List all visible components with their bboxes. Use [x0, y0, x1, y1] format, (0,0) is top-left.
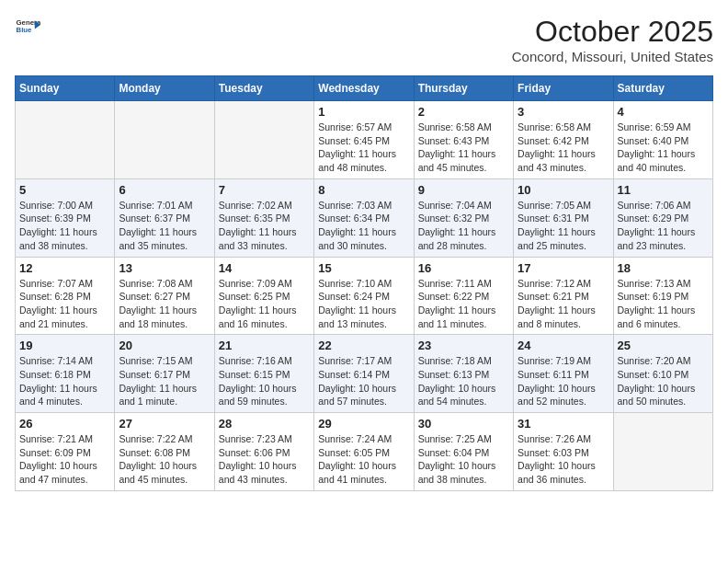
day-info: Sunrise: 7:03 AM Sunset: 6:34 PM Dayligh…	[318, 199, 409, 253]
day-number: 14	[219, 261, 310, 275]
calendar-cell: 15Sunrise: 7:10 AM Sunset: 6:24 PM Dayli…	[314, 257, 414, 335]
calendar-cell: 5Sunrise: 7:00 AM Sunset: 6:39 PM Daylig…	[16, 178, 115, 257]
calendar-cell: 30Sunrise: 7:25 AM Sunset: 6:04 PM Dayli…	[414, 413, 513, 491]
calendar-cell	[16, 101, 115, 179]
day-number: 6	[119, 183, 210, 197]
day-number: 24	[518, 339, 609, 352]
day-number: 25	[618, 339, 709, 352]
calendar-cell: 12Sunrise: 7:07 AM Sunset: 6:28 PM Dayli…	[16, 257, 115, 335]
day-number: 26	[19, 417, 110, 431]
calendar-cell: 26Sunrise: 7:21 AM Sunset: 6:09 PM Dayli…	[16, 413, 115, 491]
day-number: 8	[318, 183, 409, 197]
day-number: 13	[119, 261, 210, 275]
calendar-cell: 20Sunrise: 7:15 AM Sunset: 6:17 PM Dayli…	[115, 335, 214, 413]
calendar-cell: 27Sunrise: 7:22 AM Sunset: 6:08 PM Dayli…	[115, 413, 214, 491]
calendar-cell: 1Sunrise: 6:57 AM Sunset: 6:45 PM Daylig…	[314, 101, 414, 179]
day-info: Sunrise: 7:12 AM Sunset: 6:21 PM Dayligh…	[518, 277, 609, 331]
day-info: Sunrise: 7:24 AM Sunset: 6:05 PM Dayligh…	[318, 432, 409, 487]
day-info: Sunrise: 7:10 AM Sunset: 6:24 PM Dayligh…	[318, 277, 409, 331]
day-info: Sunrise: 7:17 AM Sunset: 6:14 PM Dayligh…	[318, 354, 409, 408]
col-header-friday: Friday	[514, 76, 613, 101]
day-info: Sunrise: 7:13 AM Sunset: 6:19 PM Dayligh…	[618, 277, 709, 331]
day-number: 12	[19, 261, 110, 275]
calendar-cell	[115, 101, 214, 179]
col-header-monday: Monday	[115, 76, 214, 101]
calendar-cell: 8Sunrise: 7:03 AM Sunset: 6:34 PM Daylig…	[314, 178, 414, 257]
col-header-saturday: Saturday	[613, 76, 712, 101]
calendar-cell: 21Sunrise: 7:16 AM Sunset: 6:15 PM Dayli…	[214, 335, 313, 413]
calendar-week-row: 12Sunrise: 7:07 AM Sunset: 6:28 PM Dayli…	[16, 257, 713, 335]
day-info: Sunrise: 7:02 AM Sunset: 6:35 PM Dayligh…	[219, 199, 310, 253]
day-info: Sunrise: 6:57 AM Sunset: 6:45 PM Dayligh…	[318, 121, 409, 175]
day-info: Sunrise: 7:01 AM Sunset: 6:37 PM Dayligh…	[119, 199, 210, 253]
day-info: Sunrise: 7:00 AM Sunset: 6:39 PM Dayligh…	[19, 199, 110, 253]
day-number: 22	[318, 339, 409, 352]
day-info: Sunrise: 7:18 AM Sunset: 6:13 PM Dayligh…	[418, 354, 509, 408]
day-number: 5	[19, 183, 110, 197]
calendar-cell: 9Sunrise: 7:04 AM Sunset: 6:32 PM Daylig…	[414, 178, 513, 257]
calendar-cell: 7Sunrise: 7:02 AM Sunset: 6:35 PM Daylig…	[214, 178, 313, 257]
calendar-cell: 13Sunrise: 7:08 AM Sunset: 6:27 PM Dayli…	[115, 257, 214, 335]
calendar-header-row: SundayMondayTuesdayWednesdayThursdayFrid…	[16, 76, 713, 101]
calendar-cell: 18Sunrise: 7:13 AM Sunset: 6:19 PM Dayli…	[613, 257, 712, 335]
day-number: 28	[219, 417, 310, 431]
calendar-cell: 24Sunrise: 7:19 AM Sunset: 6:11 PM Dayli…	[514, 335, 613, 413]
col-header-tuesday: Tuesday	[214, 76, 313, 101]
day-info: Sunrise: 7:22 AM Sunset: 6:08 PM Dayligh…	[119, 432, 210, 487]
calendar-week-row: 26Sunrise: 7:21 AM Sunset: 6:09 PM Dayli…	[16, 413, 713, 491]
calendar-cell	[613, 413, 712, 491]
calendar-cell: 25Sunrise: 7:20 AM Sunset: 6:10 PM Dayli…	[613, 335, 712, 413]
day-number: 17	[518, 261, 609, 275]
day-number: 2	[418, 105, 509, 119]
day-number: 10	[518, 183, 609, 197]
day-info: Sunrise: 7:06 AM Sunset: 6:29 PM Dayligh…	[618, 199, 709, 253]
day-info: Sunrise: 6:59 AM Sunset: 6:40 PM Dayligh…	[618, 121, 709, 175]
day-info: Sunrise: 6:58 AM Sunset: 6:42 PM Dayligh…	[518, 121, 609, 175]
calendar-cell: 17Sunrise: 7:12 AM Sunset: 6:21 PM Dayli…	[514, 257, 613, 335]
day-number: 16	[418, 261, 509, 275]
calendar-cell: 19Sunrise: 7:14 AM Sunset: 6:18 PM Dayli…	[16, 335, 115, 413]
day-number: 27	[119, 417, 210, 431]
calendar-cell: 28Sunrise: 7:23 AM Sunset: 6:06 PM Dayli…	[214, 413, 313, 491]
title-block: October 2025 Concord, Missouri, United S…	[512, 15, 713, 64]
calendar-week-row: 5Sunrise: 7:00 AM Sunset: 6:39 PM Daylig…	[16, 178, 713, 257]
month-title: October 2025	[512, 15, 713, 49]
logo-icon: General Blue	[15, 15, 40, 40]
logo: General Blue	[15, 15, 40, 40]
day-number: 21	[219, 339, 310, 352]
day-number: 19	[19, 339, 110, 352]
day-number: 4	[618, 105, 709, 119]
day-info: Sunrise: 7:09 AM Sunset: 6:25 PM Dayligh…	[219, 277, 310, 331]
calendar-cell: 6Sunrise: 7:01 AM Sunset: 6:37 PM Daylig…	[115, 178, 214, 257]
calendar-cell: 2Sunrise: 6:58 AM Sunset: 6:43 PM Daylig…	[414, 101, 513, 179]
col-header-sunday: Sunday	[16, 76, 115, 101]
day-info: Sunrise: 7:14 AM Sunset: 6:18 PM Dayligh…	[19, 354, 110, 408]
day-info: Sunrise: 7:16 AM Sunset: 6:15 PM Dayligh…	[219, 354, 310, 408]
calendar-cell: 4Sunrise: 6:59 AM Sunset: 6:40 PM Daylig…	[613, 101, 712, 179]
svg-text:Blue: Blue	[17, 26, 33, 34]
calendar-cell	[214, 101, 313, 179]
day-info: Sunrise: 7:07 AM Sunset: 6:28 PM Dayligh…	[19, 277, 110, 331]
day-number: 23	[418, 339, 509, 352]
day-number: 31	[518, 417, 609, 431]
day-number: 9	[418, 183, 509, 197]
day-info: Sunrise: 7:25 AM Sunset: 6:04 PM Dayligh…	[418, 432, 509, 487]
calendar-cell: 29Sunrise: 7:24 AM Sunset: 6:05 PM Dayli…	[314, 413, 414, 491]
calendar-cell: 14Sunrise: 7:09 AM Sunset: 6:25 PM Dayli…	[214, 257, 313, 335]
calendar-cell: 22Sunrise: 7:17 AM Sunset: 6:14 PM Dayli…	[314, 335, 414, 413]
calendar-cell: 31Sunrise: 7:26 AM Sunset: 6:03 PM Dayli…	[514, 413, 613, 491]
day-number: 1	[318, 105, 409, 119]
calendar-week-row: 19Sunrise: 7:14 AM Sunset: 6:18 PM Dayli…	[16, 335, 713, 413]
day-number: 15	[318, 261, 409, 275]
location-subtitle: Concord, Missouri, United States	[512, 49, 713, 64]
day-info: Sunrise: 7:21 AM Sunset: 6:09 PM Dayligh…	[19, 432, 110, 487]
day-number: 11	[618, 183, 709, 197]
day-number: 30	[418, 417, 509, 431]
day-info: Sunrise: 7:08 AM Sunset: 6:27 PM Dayligh…	[119, 277, 210, 331]
day-info: Sunrise: 7:20 AM Sunset: 6:10 PM Dayligh…	[618, 354, 709, 408]
day-info: Sunrise: 7:19 AM Sunset: 6:11 PM Dayligh…	[518, 354, 609, 408]
day-number: 29	[318, 417, 409, 431]
calendar-cell: 11Sunrise: 7:06 AM Sunset: 6:29 PM Dayli…	[613, 178, 712, 257]
day-info: Sunrise: 7:11 AM Sunset: 6:22 PM Dayligh…	[418, 277, 509, 331]
day-number: 18	[618, 261, 709, 275]
